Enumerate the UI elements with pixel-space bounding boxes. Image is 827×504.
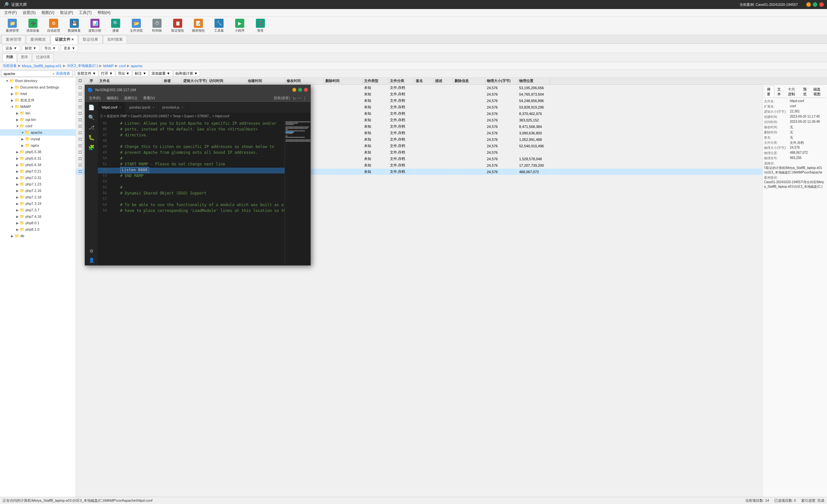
add-device-button[interactable]: ➕ 添加设备: [23, 18, 43, 34]
menu-help[interactable]: 帮助(H): [95, 9, 113, 16]
toolset-button[interactable]: 🔧 工具集: [209, 18, 229, 34]
file-browse-button[interactable]: 📂 文件浏览: [127, 18, 146, 34]
export-dropdown[interactable]: 导出 ▼: [41, 45, 59, 52]
menu-settings[interactable]: 设置(S): [20, 9, 38, 16]
view-tab-list[interactable]: 列表: [3, 53, 17, 62]
tree-cgi-bin[interactable]: ▶ 📁 cgi-bin: [0, 116, 76, 123]
add-media-button[interactable]: 添加媒量 ▼: [149, 70, 173, 77]
mark-button[interactable]: 标注 ▼: [133, 70, 149, 77]
query-button[interactable]: ❓ 查答: [251, 18, 270, 34]
vscode-tab-close-httpd[interactable]: ×: [119, 106, 121, 109]
export-col-button[interactable]: 导出 ▼: [116, 70, 132, 77]
vscode-explorer-icon[interactable]: 📄: [88, 104, 95, 110]
tree-mysql[interactable]: ▶ 📁 mysql: [0, 136, 76, 142]
vscode-remote-icon[interactable]: ⚙: [90, 248, 94, 254]
tree-docs-settings[interactable]: ▶ 📁 Documents and Settings: [0, 84, 76, 91]
vscode-code-editor[interactable]: 45 # Listen: Allows you to bind Apache t…: [98, 120, 285, 265]
auto-process-button[interactable]: ⚙ 自动处理: [44, 18, 63, 34]
tab-case-overview[interactable]: 案例概览: [26, 35, 50, 44]
more-dropdown[interactable]: 更多 ▼: [61, 45, 78, 52]
extract-analysis-button[interactable]: 📊 提取分析: [85, 18, 105, 34]
tab-evidence-file[interactable]: 证据文件 ×: [51, 35, 78, 44]
info-tab-hex[interactable]: 十六进制: [785, 86, 800, 98]
tree-mamp[interactable]: ▼ 📁 MAMP: [0, 103, 76, 110]
col-delete-header[interactable]: 删除时间: [324, 78, 363, 84]
view-tab-gallery[interactable]: 图库: [17, 53, 32, 62]
search-button[interactable]: 🔍 搜索: [106, 18, 125, 34]
vscode-extensions-icon[interactable]: 🧩: [88, 144, 95, 151]
tree-php564[interactable]: ▶ 📁 php5.6.34: [0, 161, 76, 168]
vscode-menu-edit[interactable]: 编辑(E): [104, 95, 121, 101]
tree-php721[interactable]: ▶ 📁 php7.2.16: [0, 187, 76, 194]
vscode-debug-activity-icon[interactable]: 🐛: [88, 135, 95, 141]
vscode-more-icon[interactable]: ⋮: [303, 96, 306, 100]
vscode-menu-select[interactable]: 选择行(): [121, 95, 140, 101]
minimize-button[interactable]: [806, 2, 811, 7]
info-tab-preview[interactable]: 预览: [800, 86, 811, 98]
menu-file[interactable]: 文件(F): [2, 9, 19, 16]
vscode-maximize[interactable]: [298, 88, 302, 92]
vscode-minimize[interactable]: [292, 88, 296, 92]
miniapp-button[interactable]: ▶ 小程序: [230, 18, 249, 34]
maximize-button[interactable]: [813, 2, 817, 7]
tree-php722[interactable]: ▶ 📁 php7.2.18: [0, 194, 76, 200]
close-button[interactable]: [819, 2, 824, 7]
addr-part-apache[interactable]: apache: [131, 64, 142, 68]
tab-case-manage[interactable]: 案例管理: [2, 35, 26, 44]
col-delinfo-header[interactable]: 删除信息: [453, 78, 486, 84]
tree-php731[interactable]: ▶ 📁 php7.3.19: [0, 200, 76, 207]
menu-view[interactable]: 视图(V): [39, 9, 57, 16]
hash-calc-button[interactable]: 始和值计算 ▼: [173, 70, 200, 77]
advanced-search-link[interactable]: 高级搜索: [56, 71, 70, 76]
tree-db[interactable]: ▶ 📁 db: [0, 233, 76, 239]
menu-forensics[interactable]: 取证(P): [57, 9, 76, 16]
vscode-tab-close-pandas[interactable]: ×: [152, 106, 154, 109]
tree-apache[interactable]: ▼ 📁 apache: [0, 129, 76, 136]
open-button[interactable]: 打开 ▼: [99, 70, 115, 77]
col-phyloc-header[interactable]: 物理位置: [518, 78, 550, 84]
menu-tools[interactable]: 工具(T): [76, 9, 94, 16]
search-clear-icon[interactable]: ×: [53, 72, 55, 75]
col-check-header[interactable]: ☐: [77, 78, 85, 84]
tree-conf[interactable]: ▼ 📁 conf: [0, 123, 76, 129]
vscode-tab-provided[interactable]: provided.js ×: [158, 102, 187, 113]
col-ext-header[interactable]: 标签: [162, 78, 182, 84]
addr-part-mamp[interactable]: MAMP: [103, 64, 114, 68]
vscode-run-icon[interactable]: ▷: [293, 96, 296, 100]
tree-root[interactable]: ▼ 📁 Root directory: [0, 78, 76, 84]
addr-part-evidence[interactable]: Meiya_StaffB_laptop.e01: [22, 64, 62, 68]
col-type-header[interactable]: 文件类型: [363, 78, 389, 84]
tree-php703[interactable]: ▶ 📁 php7.0.31: [0, 174, 76, 181]
tree-php712[interactable]: ▶ 📁 php7.1.23: [0, 181, 76, 187]
decrypt-dropdown[interactable]: 解密 ▼: [22, 45, 39, 52]
timeline-button[interactable]: ⏱ 时间线: [147, 18, 167, 34]
vscode-tab-httpd[interactable]: httpd.conf ×: [98, 102, 125, 113]
excerpt-report-button[interactable]: 📝 摘录报告: [189, 18, 208, 34]
vscode-search-activity-icon[interactable]: 🔍: [88, 114, 95, 120]
tree-php737[interactable]: ▶ 📁 php7.3.7: [0, 207, 76, 213]
info-tab-summary[interactable]: 摘要: [764, 86, 774, 98]
vscode-debug-icon[interactable]: ⋯: [297, 96, 301, 100]
data-recovery-button[interactable]: 💾 数据恢复: [64, 18, 84, 34]
col-sign-header[interactable]: 签名: [415, 78, 434, 84]
col-physize-header[interactable]: 物理大小(字节): [486, 78, 518, 84]
tab-realtime-search[interactable]: 实时搜索: [103, 35, 127, 44]
view-tab-filter[interactable]: 过滤结果: [32, 53, 54, 62]
vscode-close[interactable]: [304, 88, 308, 92]
col-create-header[interactable]: 创建时间: [246, 78, 285, 84]
col-class-header[interactable]: 文件分类: [389, 78, 415, 84]
col-num-header[interactable]: 序: [85, 78, 98, 84]
vscode-menu-view[interactable]: 查看(V): [141, 95, 158, 101]
search-input[interactable]: [4, 72, 53, 75]
addr-part-conf[interactable]: conf: [119, 64, 126, 68]
col-name-header[interactable]: 文件名: [98, 78, 162, 84]
col-access-header[interactable]: 访问时间: [208, 78, 246, 84]
vscode-account-icon[interactable]: 👤: [89, 257, 94, 263]
addr-part-partition[interactable]: 分区3_本地磁盘(C:): [67, 63, 98, 68]
device-dropdown[interactable]: 设备 ▼: [3, 45, 20, 52]
tree-php558[interactable]: ▶ 📁 php5.5.38: [0, 149, 76, 155]
tree-php561[interactable]: ▶ 📁 php5.6.31: [0, 155, 76, 161]
tree-intel[interactable]: ▶ 📁 Intel: [0, 91, 76, 97]
tree-bin[interactable]: ▶ 📁 bin: [0, 110, 76, 116]
tree-php741[interactable]: ▶ 📁 php7.4.16: [0, 213, 76, 220]
